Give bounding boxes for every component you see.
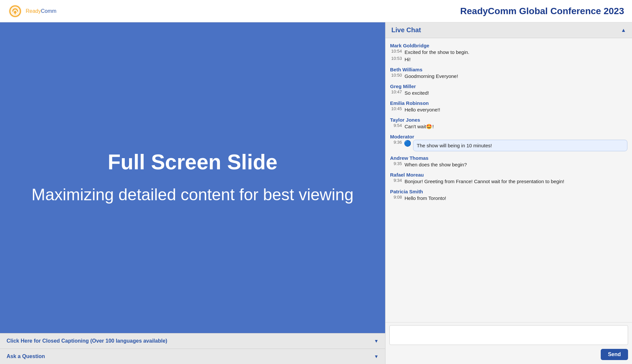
- chat-message-group: Beth Williams10:50Goodmorning Everyone!: [385, 65, 632, 82]
- chat-body-row: 10:45Hello everyone!!: [390, 106, 627, 113]
- chat-text: Bonjour! Greeting from France! Cannot wa…: [405, 178, 627, 185]
- chat-message-group: Emilia Robinson10:45Hello everyone!!: [385, 99, 632, 115]
- chat-body-row: 9:36🔵The show will being in 10 minutes!: [390, 140, 627, 151]
- main-layout: Full Screen Slide Maximizing detailed co…: [0, 22, 632, 364]
- captioning-label: Click Here for Closed Captioning (Over 1…: [7, 338, 167, 344]
- logo-area: ReadyComm: [8, 4, 56, 18]
- logo-icon: [8, 4, 22, 18]
- chat-message-group: Andrew Thomas9:35When does the show begi…: [385, 154, 632, 170]
- captioning-arrow-icon: ▼: [374, 338, 379, 344]
- slide-subtitle: Maximizing detailed content for best vie…: [32, 184, 354, 206]
- chat-collapse-button[interactable]: ▲: [621, 27, 626, 33]
- logo-ready: Ready: [26, 8, 41, 14]
- chat-sender-name: Emilia Robinson: [390, 100, 429, 106]
- chat-time: 10:53: [390, 56, 402, 61]
- left-panel: Full Screen Slide Maximizing detailed co…: [0, 22, 385, 364]
- chat-input-area: Send: [385, 322, 632, 364]
- chat-time: 10:47: [390, 89, 402, 94]
- send-button[interactable]: Send: [601, 349, 628, 360]
- chat-time: 9:34: [390, 178, 402, 183]
- chat-body-row: 9:08Hello from Toronto!: [390, 195, 627, 202]
- chat-text: Hello everyone!!: [405, 106, 627, 113]
- chat-body-row: 10:47So excited!: [390, 89, 627, 96]
- chat-sender-name: Taylor Jones: [390, 117, 420, 123]
- chat-time: 9:08: [390, 195, 402, 200]
- ask-question-arrow-icon: ▼: [374, 354, 379, 359]
- chat-body-row: 9:54Can't wait🤩!: [390, 123, 627, 130]
- conference-title: ReadyComm Global Conference 2023: [460, 6, 624, 16]
- chat-body-row: 10:54Excited for the show to begin.: [390, 49, 627, 56]
- chat-text: So excited!: [405, 89, 627, 96]
- chat-body-row: 9:35When does the show begin?: [390, 161, 627, 168]
- chat-sender-name: Greg Miller: [390, 84, 416, 89]
- captioning-bar[interactable]: Click Here for Closed Captioning (Over 1…: [0, 333, 385, 349]
- chat-sender-name: Moderator: [390, 134, 414, 139]
- logo-text: ReadyComm: [26, 8, 56, 14]
- moderator-icon: 🔵: [404, 140, 411, 147]
- chat-time: 9:36: [390, 140, 402, 145]
- chat-sender-name: Mark Goldbridge: [390, 43, 429, 48]
- chat-text: Hello from Toronto!: [405, 195, 627, 202]
- ask-question-label: Ask a Question: [7, 353, 45, 359]
- chat-messages: Mark Goldbridge10:54Excited for the show…: [385, 38, 632, 322]
- chat-sender-name: Beth Williams: [390, 67, 422, 72]
- chat-send-row: Send: [389, 349, 628, 360]
- chat-sender-name: Patricia Smith: [390, 189, 423, 194]
- chat-time: 9:35: [390, 161, 402, 166]
- header: ReadyComm ReadyComm Global Conference 20…: [0, 0, 632, 22]
- chat-time: 10:50: [390, 73, 402, 78]
- chat-text: Hi!: [405, 56, 627, 63]
- chat-message-group: Moderator9:36🔵The show will being in 10 …: [385, 133, 632, 153]
- bottom-bars: Click Here for Closed Captioning (Over 1…: [0, 333, 385, 364]
- chat-text: When does the show begin?: [405, 161, 627, 168]
- chat-body-row: 9:34Bonjour! Greeting from France! Canno…: [390, 178, 627, 185]
- chat-text: Excited for the show to begin.: [405, 49, 627, 56]
- chat-message-group: Taylor Jones9:54Can't wait🤩!: [385, 116, 632, 132]
- chat-text: Can't wait🤩!: [405, 123, 627, 130]
- slide-title: Full Screen Slide: [108, 150, 277, 174]
- chat-time: 9:54: [390, 123, 402, 128]
- chat-panel: Live Chat ▲ Mark Goldbridge10:54Excited …: [385, 22, 632, 364]
- chat-input[interactable]: [389, 325, 628, 345]
- ask-question-bar[interactable]: Ask a Question ▼: [0, 349, 385, 364]
- chat-header: Live Chat ▲: [385, 22, 632, 38]
- chat-body-row: 10:50Goodmorning Everyone!: [390, 73, 627, 80]
- chat-message-group: Rafael Moreau9:34Bonjour! Greeting from …: [385, 171, 632, 187]
- chat-text: Goodmorning Everyone!: [405, 73, 627, 80]
- chat-sender-name: Andrew Thomas: [390, 155, 429, 161]
- chat-message-group: Patricia Smith9:08Hello from Toronto!: [385, 187, 632, 204]
- chat-sender-name: Rafael Moreau: [390, 172, 424, 178]
- chat-message-group: Greg Miller10:47So excited!: [385, 82, 632, 98]
- chat-time: 10:45: [390, 106, 402, 111]
- chat-time: 10:54: [390, 49, 402, 54]
- slide-area: Full Screen Slide Maximizing detailed co…: [0, 22, 385, 333]
- logo-comm: Comm: [41, 8, 56, 14]
- chat-message-group: Mark Goldbridge10:54Excited for the show…: [385, 41, 632, 65]
- chat-title: Live Chat: [391, 26, 421, 34]
- chat-body-row: 10:53Hi!: [390, 56, 627, 63]
- moderator-bubble: The show will being in 10 minutes!: [413, 140, 627, 151]
